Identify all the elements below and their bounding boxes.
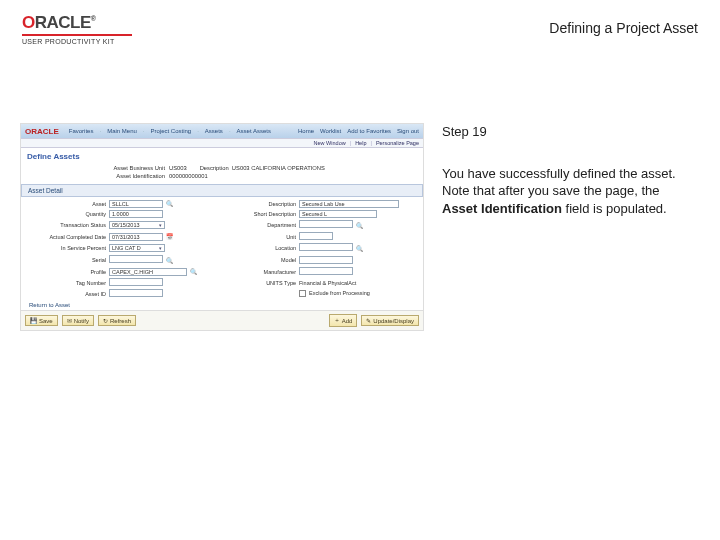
location-label: Location — [217, 245, 299, 251]
step-line2c: field is populated. — [562, 201, 667, 216]
step-bold: Asset Identification — [442, 201, 562, 216]
model-input[interactable] — [299, 256, 353, 264]
asset-detail-grid: Asset SLLCL🔍 Description Secured Lab Use… — [21, 200, 423, 300]
button-row: 💾Save ✉Notify ↻Refresh ＋Add ✎Update/Disp… — [21, 310, 423, 330]
subbar-help[interactable]: Help — [355, 140, 366, 146]
serial-label: Serial — [27, 257, 109, 263]
refresh-icon: ↻ — [103, 317, 108, 324]
exclude-label: Exclude from Processing — [309, 290, 370, 296]
nav-add-favorites[interactable]: Add to Favorites — [347, 128, 391, 134]
descr-input[interactable]: Secured Lab Use — [299, 200, 399, 208]
mfr-input[interactable] — [299, 267, 353, 275]
mfr-label: Manufacturer — [217, 269, 299, 275]
inservice-label: In Service Percent — [27, 245, 109, 251]
status-dropdown[interactable]: 05/15/2013 — [109, 221, 165, 229]
nav-home[interactable]: Home — [298, 128, 314, 134]
nav-worklist[interactable]: Worklist — [320, 128, 341, 134]
brand-rest: RACLE — [35, 13, 91, 32]
nav-assets[interactable]: Assets — [205, 128, 223, 134]
subbar-personalize[interactable]: Personalize Page — [376, 140, 419, 146]
app-brand: ORACLE — [25, 127, 59, 136]
subbar-new-window[interactable]: New Window — [314, 140, 346, 146]
status-label: Transaction Status — [27, 222, 109, 228]
dept-label: Department — [217, 222, 299, 228]
nav-project-costing[interactable]: Project Costing — [151, 128, 192, 134]
save-button[interactable]: 💾Save — [25, 315, 58, 326]
lookup-icon[interactable]: 🔍 — [355, 245, 363, 253]
serial-input[interactable] — [109, 255, 163, 263]
assetid-label: Asset ID — [27, 291, 109, 297]
tag-label: Tag Number — [27, 280, 109, 286]
lookup-icon[interactable]: 🔍 — [189, 268, 197, 276]
tag-input[interactable] — [109, 278, 163, 286]
nav-asset-assets[interactable]: Asset Assets — [237, 128, 271, 134]
unitstype-label: UNITS Type — [217, 280, 299, 286]
dept-input[interactable] — [299, 220, 353, 228]
exclude-row: Exclude from Processing — [299, 290, 415, 297]
unitstype-value: Financial & PhysicalAct — [299, 280, 415, 286]
step-number: Step 19 — [442, 123, 692, 141]
brand-divider — [22, 34, 132, 36]
commdate-input[interactable]: 07/31/2013 — [109, 233, 163, 241]
update-icon: ✎ — [366, 317, 371, 324]
step-line2a: Note that after you save the page, the — [442, 183, 660, 198]
shortdesc-label: Short Description — [217, 211, 299, 217]
notify-icon: ✉ — [67, 317, 72, 324]
qty-label: Quantity — [27, 211, 109, 217]
brand-o: O — [22, 13, 35, 32]
update-button[interactable]: ✎Update/Display — [361, 315, 419, 326]
bu-label: Asset Business Unit — [29, 165, 169, 171]
add-icon: ＋ — [334, 316, 340, 325]
notify-button[interactable]: ✉Notify — [62, 315, 94, 326]
brand-subtitle: USER PRODUCTIVITY KIT — [22, 38, 132, 45]
unit-input[interactable] — [299, 232, 333, 240]
return-link[interactable]: Return to Asset — [21, 300, 423, 310]
location-input[interactable] — [299, 243, 353, 251]
form-title: Define Assets — [21, 148, 423, 163]
model-label: Model — [217, 257, 299, 263]
asset-id-value: 000000000001 — [169, 173, 415, 179]
save-icon: 💾 — [30, 317, 37, 324]
bu-value: US003 Description US003 CALIFORNIA OPERA… — [169, 165, 415, 171]
assetid-input[interactable] — [109, 289, 163, 297]
profile-input[interactable]: CAPEX_C.HIGH — [109, 268, 187, 276]
brand-block: ORACLE® USER PRODUCTIVITY KIT — [22, 14, 132, 45]
add-button[interactable]: ＋Add — [329, 314, 358, 327]
header-block: Asset Business Unit US003 Description US… — [21, 163, 423, 182]
nav-main-menu[interactable]: Main Menu — [107, 128, 137, 134]
qty-input[interactable]: 1.0000 — [109, 210, 163, 218]
step-body: You have successfully defined the asset.… — [442, 165, 692, 218]
descr-label: Description — [217, 201, 299, 207]
unit-label: Unit — [217, 234, 299, 240]
nav-sign-out[interactable]: Sign out — [397, 128, 419, 134]
brand-tm: ® — [91, 15, 96, 22]
lookup-icon[interactable]: 🔍 — [165, 200, 173, 208]
lookup-icon[interactable]: 🔍 — [165, 257, 173, 265]
asset-name-label: Asset — [27, 201, 109, 207]
calendar-icon[interactable]: 📅 — [165, 233, 173, 241]
app-navbar: ORACLE Favorites· Main Menu· Project Cos… — [21, 124, 423, 138]
exclude-checkbox[interactable] — [299, 290, 306, 297]
page-title: Defining a Project Asset — [549, 14, 698, 36]
brand-logo: ORACLE® — [22, 14, 132, 32]
asset-id-label: Asset Identification — [29, 173, 169, 179]
shortdesc-input[interactable]: Secured L — [299, 210, 377, 218]
step-line1: You have successfully defined the asset. — [442, 166, 676, 181]
lookup-icon[interactable]: 🔍 — [355, 222, 363, 230]
section-header: Asset Detail — [21, 184, 423, 197]
app-subbar: New Window| Help| Personalize Page — [21, 138, 423, 148]
refresh-button[interactable]: ↻Refresh — [98, 315, 136, 326]
nav-favorites[interactable]: Favorites — [69, 128, 94, 134]
inservice-dropdown[interactable]: LNG CAT D — [109, 244, 165, 252]
asset-name-input[interactable]: SLLCL — [109, 200, 163, 208]
application-screenshot: ORACLE Favorites· Main Menu· Project Cos… — [20, 123, 424, 331]
commdate-label: Actual Completed Date — [27, 234, 109, 240]
profile-label: Profile — [27, 269, 109, 275]
instruction-column: Step 19 You have successfully defined th… — [442, 123, 692, 217]
